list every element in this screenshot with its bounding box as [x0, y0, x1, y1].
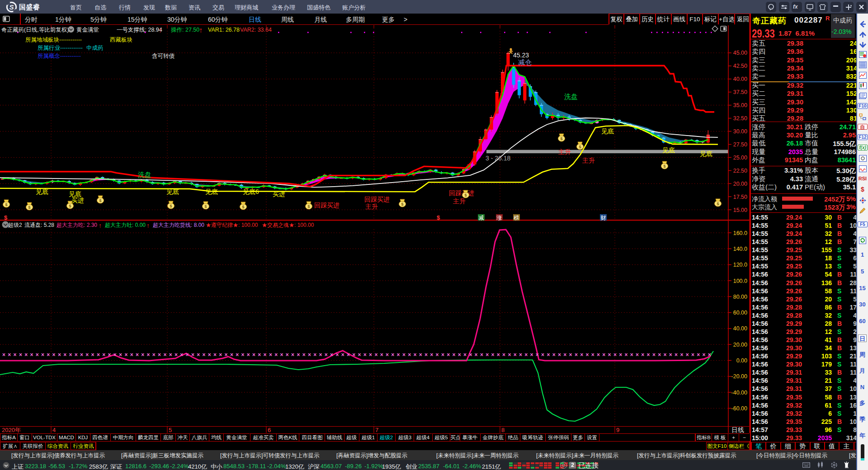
svg-text:×: ×: [264, 352, 267, 358]
svg-text:主升: 主升: [582, 157, 595, 164]
svg-text:×: ×: [341, 352, 344, 358]
svg-text:×: ×: [414, 352, 417, 358]
svg-text:45.00: 45.00: [733, 50, 747, 56]
svg-text:×: ×: [225, 352, 228, 358]
svg-text:×: ×: [180, 352, 183, 358]
svg-text:20.00: 20.00: [733, 181, 747, 187]
svg-text:见底: 见底: [700, 150, 712, 157]
svg-text:$: $: [717, 202, 719, 206]
svg-text:17.50: 17.50: [733, 194, 747, 200]
svg-text:×: ×: [297, 352, 300, 358]
svg-text:×: ×: [536, 352, 539, 358]
svg-text:×: ×: [425, 352, 428, 358]
svg-text:×: ×: [569, 352, 572, 358]
svg-text:37.50: 37.50: [733, 89, 747, 95]
svg-text:×: ×: [47, 352, 50, 358]
svg-text:×: ×: [486, 352, 489, 358]
svg-text:×: ×: [2, 352, 5, 358]
svg-text:×: ×: [36, 352, 39, 358]
svg-text:洗盘: 洗盘: [138, 171, 151, 179]
svg-text:×: ×: [386, 352, 389, 358]
svg-text:45.23: 45.23: [513, 52, 529, 59]
svg-text:×: ×: [302, 352, 306, 358]
svg-text:×: ×: [247, 352, 250, 358]
svg-text:×: ×: [19, 352, 22, 358]
svg-text:×: ×: [175, 352, 178, 358]
svg-text:×: ×: [308, 352, 311, 358]
svg-text:-40.00: -40.00: [731, 390, 747, 396]
svg-text:×: ×: [63, 352, 66, 358]
svg-text:$: $: [99, 198, 101, 203]
svg-text:中成药: 中成药: [86, 45, 104, 51]
svg-text:见底: 见底: [662, 146, 675, 154]
svg-text:×: ×: [75, 352, 78, 358]
svg-text:买进: 买进: [273, 190, 285, 197]
svg-text:×: ×: [325, 352, 328, 358]
svg-text:5: 5: [169, 427, 172, 433]
svg-text:奇正藏药(日线,等比前复权): 奇正藏药(日线,等比前复权): [1, 27, 69, 33]
svg-text:回踩买进: 回踩买进: [364, 196, 390, 203]
svg-text:×: ×: [697, 352, 700, 358]
svg-text:×: ×: [186, 352, 189, 358]
svg-text:$: $: [579, 145, 581, 149]
svg-text:×: ×: [608, 352, 611, 358]
svg-text:42.50: 42.50: [733, 63, 747, 69]
svg-text:$: $: [307, 204, 310, 209]
svg-text:×: ×: [69, 352, 72, 358]
svg-text:榜: 榜: [514, 215, 519, 221]
svg-text:×: ×: [563, 352, 566, 358]
svg-text:×: ×: [491, 352, 495, 358]
svg-text:×: ×: [625, 352, 628, 358]
svg-text:25.00: 25.00: [733, 155, 747, 161]
svg-text:×: ×: [575, 352, 578, 358]
svg-text:×: ×: [280, 352, 283, 358]
svg-text:×: ×: [469, 352, 472, 358]
svg-text:流通盘: 5.28: 流通盘: 5.28: [24, 222, 54, 228]
svg-text:×: ×: [497, 352, 500, 358]
svg-text:超大主力吃货线: 8.00: 超大主力吃货线: 8.00: [153, 222, 204, 228]
svg-text:×: ×: [197, 352, 200, 358]
svg-text:×: ×: [675, 352, 678, 358]
svg-text:160.0: 160.0: [733, 230, 747, 236]
svg-text:27.50: 27.50: [733, 141, 747, 148]
svg-text:×: ×: [269, 352, 272, 358]
svg-text:黄金满堂: 黄金满堂: [76, 27, 99, 33]
svg-text:6: 6: [268, 427, 271, 433]
svg-text:主升: 主升: [558, 148, 571, 155]
svg-text:减仓: 减仓: [518, 58, 532, 66]
svg-text:35.00: 35.00: [733, 102, 747, 108]
svg-text:×: ×: [436, 352, 439, 358]
svg-text:VAR2: 33.64: VAR2: 33.64: [240, 27, 272, 33]
svg-text:60.00: 60.00: [733, 310, 747, 316]
svg-text:4: 4: [52, 427, 56, 433]
svg-text:×: ×: [419, 352, 422, 358]
svg-text:×: ×: [652, 352, 656, 358]
svg-text:80.00: 80.00: [733, 294, 747, 300]
svg-text:×: ×: [514, 352, 517, 358]
svg-text:回踩买进: 回踩买进: [449, 189, 474, 197]
svg-text:40.00: 40.00: [733, 325, 747, 332]
svg-text:32.50: 32.50: [733, 115, 747, 122]
svg-text:×: ×: [152, 352, 156, 358]
svg-text:9: 9: [616, 427, 619, 433]
svg-text:VAR1: 26.78: VAR1: 26.78: [208, 27, 240, 33]
svg-text:$: $: [437, 214, 440, 221]
svg-text:见底: 见底: [601, 127, 614, 135]
svg-text:0.00: 0.00: [736, 357, 747, 364]
svg-text:财: 财: [601, 215, 606, 221]
svg-text:×: ×: [458, 352, 461, 358]
svg-text:×: ×: [258, 352, 261, 358]
svg-text:×: ×: [597, 352, 600, 358]
svg-text:主升: 主升: [453, 197, 466, 205]
svg-text:×: ×: [124, 352, 127, 358]
svg-text:×: ×: [102, 352, 105, 358]
svg-text:×: ×: [363, 352, 367, 358]
svg-text:见底: 见底: [205, 188, 218, 195]
svg-text:×: ×: [703, 352, 706, 358]
svg-text:×: ×: [408, 352, 411, 358]
svg-text:×: ×: [347, 352, 350, 358]
svg-text:×: ×: [647, 352, 650, 358]
svg-text:$: $: [560, 136, 562, 141]
svg-text:西藏板块: 西藏板块: [110, 37, 132, 43]
svg-text:超大主力吃: 2.30: 超大主力吃: 2.30: [57, 222, 97, 228]
